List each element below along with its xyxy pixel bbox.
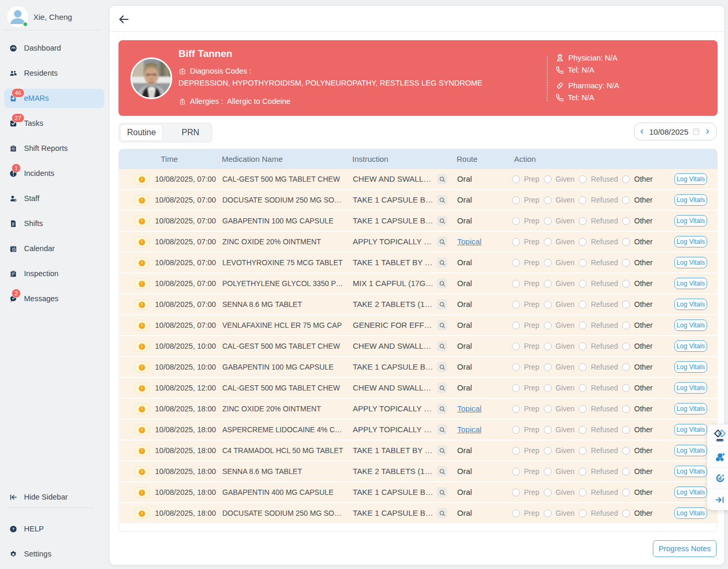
svg-text:A: A: [719, 433, 721, 436]
svg-text:?: ?: [12, 527, 15, 531]
svg-text:BILINGUAL: BILINGUAL: [715, 439, 724, 441]
